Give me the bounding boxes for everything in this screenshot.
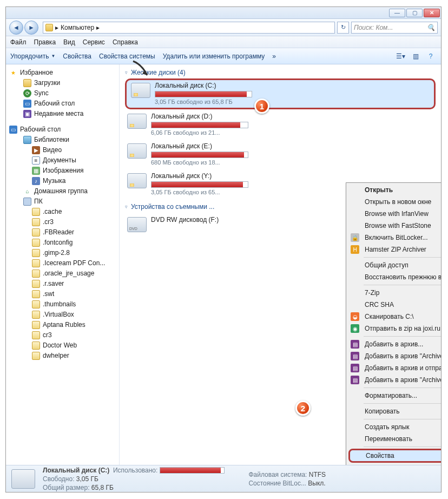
back-button[interactable]: ◄ [9,21,23,35]
sidebar-folder[interactable]: .thumbnails [8,299,117,310]
sidebar-folder[interactable]: .cr3 [8,217,117,227]
sidebar-desktop[interactable]: ▭Рабочий стол [8,99,117,109]
folder-icon [32,331,40,339]
sidebar-homegroup[interactable]: ⌂Домашняя группа [8,186,117,196]
status-fs-value: NTFS [309,471,326,478]
uninstall-button[interactable]: Удалить или изменить программу [163,52,265,60]
menu-edit[interactable]: Правка [34,38,56,46]
ctx-format[interactable]: Форматировать... [347,390,441,402]
sidebar-desktop-root[interactable]: ▭Рабочий стол [8,124,117,135]
status-bitlocker-label: Состояние BitLoc... [248,480,306,487]
folder-icon [32,300,40,308]
ctx-create-shortcut[interactable]: Создать ярлык [347,421,441,433]
callout-badge-2: 2 [295,400,311,416]
refresh-button[interactable]: ↻ [337,22,349,34]
system-properties-button[interactable]: Свойства системы [99,52,155,60]
organize-button[interactable]: Упорядочить▼ [10,52,55,60]
folder-icon [32,259,40,267]
sidebar-folder[interactable]: .gimp-2.8 [8,248,117,258]
library-icon [23,136,31,144]
folder-icon [32,342,40,350]
sidebar-folder[interactable]: .VirtualBox [8,310,117,320]
search-icon: 🔍 [427,24,435,31]
forward-button[interactable]: ► [24,21,38,35]
properties-button[interactable]: Свойства [63,52,91,60]
help-button[interactable]: ? [425,50,437,62]
sidebar-folder[interactable]: dwhelper [8,351,117,361]
menu-file[interactable]: Файл [10,38,27,46]
sidebar-folder[interactable]: .FBReader [8,227,117,238]
local-disk[interactable]: Локальный диск (C:)3,05 ГБ свободно из 6… [125,78,436,109]
ctx-open-new-window[interactable]: Открыть в новом окне [347,196,441,208]
ctx-copy[interactable]: Копировать [347,405,441,417]
folder-label: Doctor Web [43,341,77,350]
usage-bar [151,152,248,158]
sidebar-downloads[interactable]: Загрузки [8,78,117,88]
local-disk[interactable]: Локальный диск (D:)6,06 ГБ свободно из 2… [125,109,436,139]
ctx-rename[interactable]: Переименовать [347,433,441,445]
ctx-hamster[interactable]: HHamster ZIP Archiver▸ [347,244,441,255]
ctx-7zip[interactable]: 7-Zip▸ [347,287,441,299]
ctx-share[interactable]: Общий доступ▸ [347,259,441,271]
star-icon: ★ [9,69,17,77]
sidebar-favorites[interactable]: ★Избранное [8,68,117,78]
sidebar-folder[interactable]: cr3 [8,330,117,340]
bitlocker-icon: 🔒 [351,233,359,242]
section-title: Устройства со съемными ... [131,203,214,211]
toolbar-more[interactable]: » [272,52,276,60]
sidebar-folder[interactable]: .cache [8,207,117,217]
sidebar-sync[interactable]: ⟳Sync [8,88,117,99]
ctx-add-rar[interactable]: ▤Добавить в архив "Archive.rar" [347,350,441,362]
sidebar-folder[interactable]: .fontconfig [8,238,117,248]
desktop-icon: ▭ [9,126,17,134]
ctx-add-rar-email[interactable]: ▤Добавить в архив "Archive.rar" и отправ… [347,374,441,386]
ctx-bitlocker[interactable]: 🔒Включить BitLocker... [347,232,441,244]
sidebar-videos[interactable]: ▶Видео [8,145,117,155]
ctx-properties[interactable]: Свойства [348,449,441,463]
sidebar-folder[interactable]: Doctor Web [8,340,117,351]
sidebar-folder[interactable]: Aptana Rubles [8,320,117,330]
sidebar-folder[interactable]: .oracle_jre_usage [8,268,117,279]
ctx-add-email[interactable]: ▤Добавить в архив и отправить по e-mail.… [347,362,441,374]
folder-label: .fontconfig [43,238,73,247]
sidebar-folder[interactable]: .Icecream PDF Con... [8,258,117,268]
sidebar-documents[interactable]: ≡Документы [8,155,117,166]
ctx-restore[interactable]: Восстановить прежнюю версию [347,271,441,283]
menu-tools[interactable]: Сервис [83,38,105,46]
sidebar-folder[interactable]: .r.saver [8,279,117,289]
view-mode-button[interactable]: ☰▾ [394,50,406,62]
joxi-icon: ◉ [351,324,359,333]
ctx-open[interactable]: Открыть [347,184,441,196]
ctx-faststone[interactable]: Browse with FastStone [347,220,441,232]
ctx-joxi[interactable]: ◉Отправить в zip на joxi.ru [347,323,441,334]
folder-icon [32,352,40,360]
sidebar-music[interactable]: ♪Музыка [8,176,117,186]
ctx-crc-sha[interactable]: CRC SHA▸ [347,299,441,311]
menu-help[interactable]: Справка [113,38,138,46]
close-button[interactable]: ✕ [424,9,440,17]
sidebar-folder[interactable]: .swt [8,289,117,299]
breadcrumb-node[interactable]: Компьютер [61,24,94,31]
homegroup-icon: ⌂ [23,187,31,195]
menu-view[interactable]: Вид [63,38,75,46]
sidebar-recent[interactable]: ▣Недавние места [8,109,117,119]
ctx-scan[interactable]: ◒Сканировать C:\ [347,311,441,323]
drive-label: Локальный диск (Y:) [151,172,433,180]
sidebar-libraries[interactable]: Библиотеки [8,135,117,145]
sidebar-pictures[interactable]: ▦Изображения [8,166,117,176]
breadcrumb[interactable]: ▸ Компьютер ▸ [43,22,335,34]
minimize-button[interactable]: — [389,9,405,17]
video-icon: ▶ [32,146,40,154]
search-input[interactable]: Поиск: Ком... 🔍 [351,22,438,34]
folder-icon [32,311,40,319]
maximize-button[interactable]: ▢ [406,9,423,17]
search-placeholder: Поиск: Ком... [354,24,393,31]
section-hard-disks[interactable]: ▿ Жесткие диски (4) [120,64,441,78]
local-disk[interactable]: Локальный диск (E:)680 МБ свободно из 18… [125,139,436,169]
status-free-label: Свободно: [43,475,75,483]
ctx-add-archive[interactable]: ▤Добавить в архив... [347,338,441,350]
sidebar-pc[interactable]: ПК [8,196,117,207]
ctx-irfanview[interactable]: Browse with IrfanView [347,208,441,220]
preview-pane-button[interactable]: ▥ [410,50,421,62]
collapse-icon: ▿ [125,70,128,75]
